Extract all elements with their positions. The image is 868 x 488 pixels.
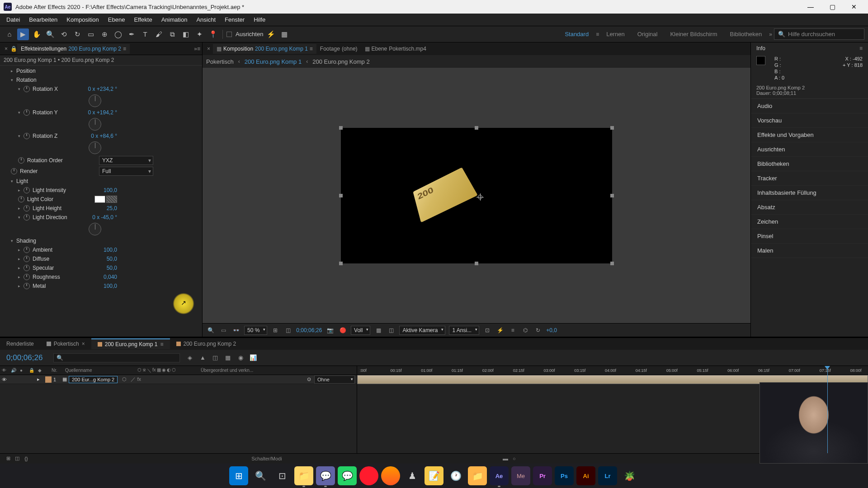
motion-blur-icon[interactable]: ◉	[236, 354, 245, 361]
stopwatch-icon[interactable]	[24, 214, 30, 221]
hand-tool[interactable]: ✋	[31, 28, 42, 40]
illustrator-icon[interactable]: Ai	[576, 466, 595, 485]
viewer-tab-footage[interactable]: Footage (ohne)	[316, 44, 361, 54]
anchor-point-icon[interactable]	[476, 193, 484, 201]
rotation-order-dropdown[interactable]: YXZ	[99, 156, 153, 165]
vr-icon[interactable]: 👓	[231, 327, 241, 333]
firefox-icon[interactable]	[381, 466, 400, 485]
workspace-bibliotheken[interactable]: Bibliotheken	[724, 29, 767, 39]
light-color-swatch[interactable]	[94, 196, 105, 203]
align-checkbox[interactable]	[226, 32, 232, 37]
teams-icon[interactable]: 💬	[316, 466, 335, 485]
viewer-tab-komposition[interactable]: ▦ Komposition 200 Euro.png Komp 1 ≡	[213, 44, 316, 54]
panel-lock-icon[interactable]: 🔒	[10, 46, 17, 52]
explorer-icon[interactable]: 📁	[294, 466, 313, 485]
stopwatch-icon[interactable]	[24, 247, 30, 253]
search-button[interactable]: 🔍	[251, 466, 270, 485]
stopwatch-icon[interactable]	[11, 168, 17, 174]
pixel-icon[interactable]: ⊡	[483, 327, 492, 333]
toggle-modes-icon[interactable]: ◫	[13, 455, 22, 461]
menu-komposition[interactable]: Komposition	[62, 14, 104, 25]
draft-3d-icon[interactable]: ▲	[198, 354, 207, 361]
composition-view[interactable]: 200	[203, 68, 750, 323]
twirl-icon[interactable]: ▸	[37, 376, 43, 382]
light-direction-value[interactable]: 0 x -45,0 °	[92, 214, 198, 221]
camera-tool[interactable]: ▭	[85, 28, 97, 40]
zoom-dropdown[interactable]: 50 %	[244, 326, 267, 335]
info-menu-icon[interactable]: ≡	[859, 45, 863, 52]
rotation-x-value[interactable]: 0 x +234,2 °	[88, 86, 198, 92]
twirl-icon[interactable]: ▾	[18, 110, 24, 115]
roto-tool[interactable]: ✦	[193, 28, 205, 40]
panel-audio[interactable]: Audio	[751, 99, 868, 113]
panel-tracker[interactable]: Tracker	[751, 171, 868, 186]
timeline-search[interactable]: 🔍	[53, 353, 180, 362]
twirl-icon[interactable]: ▾	[18, 134, 24, 138]
viewer-close-icon[interactable]: ×	[204, 46, 213, 52]
footer-label[interactable]: Schalter/Modi	[31, 456, 503, 461]
rotation-z-value[interactable]: 0 x +84,6 °	[91, 133, 198, 139]
timeline-tab-pokertisch[interactable]: Pokertisch×	[40, 339, 91, 349]
selection-handle[interactable]	[610, 126, 614, 130]
timeline-tab-render[interactable]: Renderliste	[0, 339, 40, 349]
grid-icon[interactable]: ⊞	[271, 327, 280, 333]
stopwatch-icon[interactable]	[18, 196, 24, 202]
banknote-layer[interactable]: 200	[413, 167, 477, 222]
workspace-original[interactable]: Original	[632, 29, 663, 39]
snap-icon[interactable]: ⚡	[265, 28, 277, 40]
parent-dropdown[interactable]: Ohne	[314, 375, 355, 384]
workspace-standard[interactable]: Standard	[559, 29, 594, 39]
pen-tool[interactable]: ✒	[126, 28, 137, 40]
twirl-icon[interactable]: ▾	[11, 239, 16, 243]
bc-komp1[interactable]: 200 Euro.png Komp 1	[245, 58, 302, 65]
stopwatch-icon[interactable]	[24, 133, 30, 139]
opera-icon[interactable]	[359, 466, 378, 485]
text-tool[interactable]: T	[139, 28, 151, 40]
twirl-icon[interactable]: ▸	[18, 188, 24, 192]
timeline-ruler[interactable]: :00f 00:15f 01:00f 01:15f 02:00f 02:15f …	[357, 366, 868, 375]
comp-mini-icon[interactable]: ◈	[185, 354, 194, 361]
layer-color-tag[interactable]	[45, 376, 52, 383]
twirl-icon[interactable]: ▸	[18, 266, 24, 270]
start-button[interactable]: ⊞	[229, 466, 248, 485]
toggle-switches-icon[interactable]: ⊞	[4, 455, 13, 461]
panel-fuellung[interactable]: Inhaltsbasierte Füllung	[751, 186, 868, 200]
timeline-layer-row[interactable]: 👁 ▸ 1 ▦ 200 Eur...g Komp 2 ⬡ ／ fx ⊙ Ohne	[0, 375, 357, 384]
folder-icon[interactable]: 📁	[468, 466, 487, 485]
reset-icon[interactable]: ↻	[533, 327, 542, 333]
panel-absatz[interactable]: Absatz	[751, 200, 868, 215]
roughness-value[interactable]: 0,040	[104, 274, 198, 280]
channel-icon[interactable]: 🔴	[338, 327, 347, 333]
help-search[interactable]: 🔍 Hilfe durchsuchen	[774, 28, 864, 40]
zoom-tool[interactable]: 🔍	[44, 28, 56, 40]
panel-bibliotheken[interactable]: Bibliotheken	[751, 157, 868, 171]
twirl-icon[interactable]: ▸	[18, 257, 24, 261]
specular-value[interactable]: 50,0	[107, 265, 198, 271]
workspace-menu-icon[interactable]: ≡	[596, 31, 599, 38]
pan-behind-tool[interactable]: ⊕	[99, 28, 110, 40]
stopwatch-icon[interactable]	[24, 187, 30, 193]
menu-ansicht[interactable]: Ansicht	[192, 14, 220, 25]
camera-dropdown[interactable]: Aktive Kamera	[399, 326, 445, 335]
viewer-timecode[interactable]: 0;00;06;26	[296, 327, 322, 333]
flowchart-icon[interactable]: ⌬	[521, 327, 530, 333]
workspace-lernen[interactable]: Lernen	[601, 29, 630, 39]
light-height-value[interactable]: 25,0	[107, 205, 198, 211]
timeline-current-time[interactable]: 0;00;06;26	[0, 353, 49, 362]
workspace-overflow-icon[interactable]: »	[769, 31, 772, 38]
rotation-y-value[interactable]: 0 x +194,2 °	[88, 109, 198, 116]
app-icon-2[interactable]: 📝	[425, 466, 443, 485]
brush-tool[interactable]: 🖌	[153, 28, 165, 40]
selection-handle[interactable]	[475, 126, 478, 130]
panel-malen[interactable]: Malen	[751, 244, 868, 258]
graph-editor-icon[interactable]: 📊	[249, 354, 258, 361]
panel-pinsel[interactable]: Pinsel	[751, 229, 868, 244]
roi-icon[interactable]: ▦	[374, 327, 383, 333]
fast-preview-icon[interactable]: ⚡	[495, 327, 505, 333]
selection-handle[interactable]	[610, 262, 614, 265]
snapshot-icon[interactable]: 📷	[326, 327, 335, 333]
panel-vorschau[interactable]: Vorschau	[751, 113, 868, 128]
minimize-button[interactable]: —	[800, 0, 821, 14]
info-panel-header[interactable]: Info ≡	[751, 42, 868, 54]
timeline-tab-komp1[interactable]: 200 Euro.png Komp 1≡	[91, 338, 170, 349]
